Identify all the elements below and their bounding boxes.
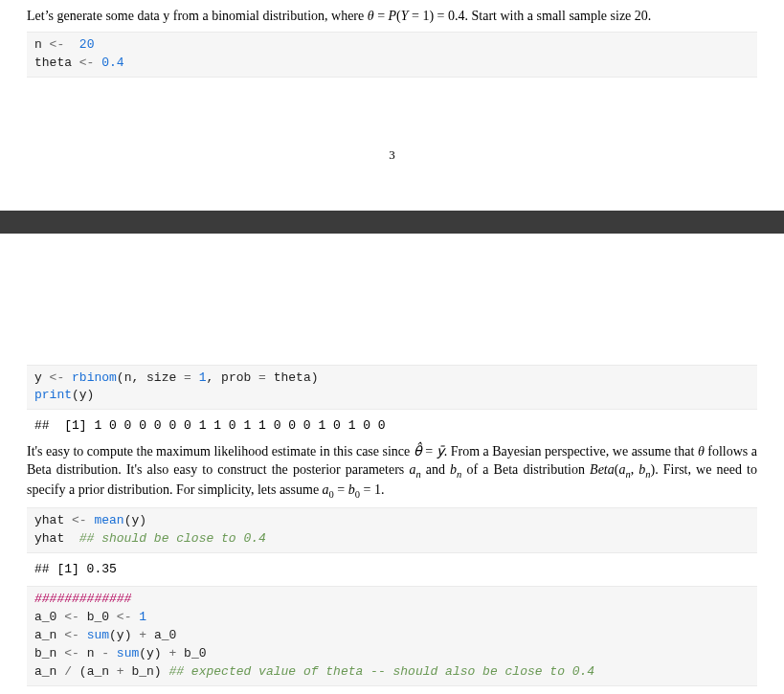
code-block-rbinom: y <- rbinom(n, size = 1, prob = theta) p… <box>27 365 757 411</box>
page-number: 3 <box>27 80 757 211</box>
code-line-a0b0: a_0 <- b_0 <- 1 <box>34 610 146 624</box>
intro-paragraph: Let’s generate some data y from a binomi… <box>27 8 757 26</box>
code-line-yhat-show: yhat ## should be close to 0.4 <box>34 531 266 546</box>
page-1: Let’s generate some data y from a binomi… <box>0 0 784 211</box>
code-block-setup: n <- 20 theta <- 0.4 <box>27 32 757 78</box>
code-line-y: y <- rbinom(n, size = 1, prob = theta) <box>34 370 319 385</box>
code-line-print: print(y) <box>34 388 94 402</box>
code-line-bn: b_n <- n - sum(y) + b_0 <box>34 646 207 660</box>
output-y-vector: ## [1] 1 0 0 0 0 0 0 1 1 0 1 1 0 0 0 1 0… <box>27 417 757 436</box>
code-line-1: n <- 20 <box>34 37 94 52</box>
code-line-expected: a_n / (a_n + b_n) ## expected value of t… <box>34 664 594 679</box>
code-hash-divider: ############# <box>34 592 131 606</box>
code-line-an: a_n <- sum(y) + a_0 <box>34 628 176 642</box>
mle-paragraph: It's easy to compute the maximum likelih… <box>27 443 757 502</box>
page-break-white <box>0 234 784 356</box>
code-line-2: theta <- 0.4 <box>34 56 124 70</box>
code-block-yhat: yhat <- mean(y) yhat ## should be close … <box>27 507 757 553</box>
page-2: y <- rbinom(n, size = 1, prob = theta) p… <box>0 356 784 686</box>
code-block-posterior: ############# a_0 <- b_0 <- 1 a_n <- sum… <box>27 586 757 685</box>
page-break-dark <box>0 211 784 234</box>
code-line-yhat-assign: yhat <- mean(y) <box>34 513 146 527</box>
output-yhat: ## [1] 0.35 <box>27 561 757 579</box>
